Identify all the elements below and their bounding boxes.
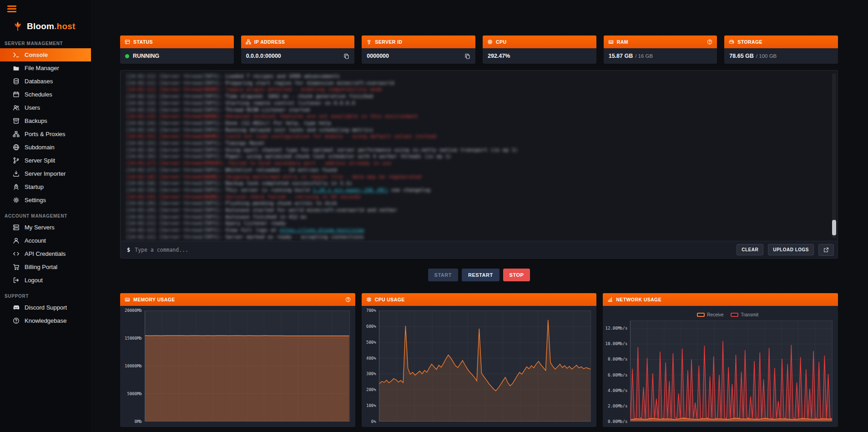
chart-card-header: NETWORK USAGE [603, 293, 838, 306]
sidebar-item-server-split[interactable]: Server Split [0, 154, 91, 167]
axis-tick-label: 0Mb [135, 419, 142, 424]
stat-card-title: STATUS [133, 39, 153, 45]
sidebar-item-ports-proxies[interactable]: Ports & Proxies [0, 127, 91, 141]
upload-logs-button[interactable]: UPLOAD LOGS [768, 244, 814, 255]
sidebar-item-logout[interactable]: Logout [0, 274, 91, 287]
console-scrollbar[interactable] [832, 73, 836, 238]
stat-card-ram: RAM 15.87 GB / 16 GB [604, 36, 717, 64]
console-log-line: [14:02:11] [Server thread/INFO]: Prepari… [126, 80, 827, 87]
legend-item-transmit[interactable]: Transmit [731, 312, 758, 317]
stat-card-cpu: CPU 292.47% [483, 36, 596, 64]
sidebar-item-discord-support[interactable]: Discord Support [0, 301, 91, 314]
account-icon [13, 237, 20, 244]
sidebar-nav: SERVER MANAGEMENTConsoleFile ManagerData… [0, 34, 91, 327]
sidebar-item-label: Settings [25, 197, 46, 203]
axis-tick-label: 0.00Mb/s [608, 419, 627, 424]
clear-button[interactable]: CLEAR [737, 244, 763, 255]
console-log-line: [14:02:21] [Server thread/INFO]: Autosav… [126, 214, 827, 221]
stat-card-header: SERVER ID [362, 36, 475, 48]
console-log-line: [14:02:12] [Server thread/WARN]: legacy … [126, 86, 827, 93]
help-icon [13, 317, 20, 324]
sidebar-item-databases[interactable]: Databases [0, 75, 91, 88]
sidebar-item-settings[interactable]: Settings [0, 193, 91, 207]
stop-button[interactable]: STOP [503, 269, 530, 281]
start-button[interactable]: START [428, 269, 458, 281]
stat-limit: / 16 GB [635, 53, 653, 59]
globe-icon [13, 144, 20, 151]
stat-value: 292.47% [488, 53, 510, 59]
axis-tick-label: 400% [366, 356, 376, 361]
axis-tick-label: 10.00Mb/s [606, 341, 628, 346]
bloom-logo-icon [12, 20, 24, 32]
sidebar-item-label: Logout [25, 277, 43, 284]
console-log-line: [14:02:17] [Server thread/ERROR]: Failed… [126, 160, 827, 167]
menu-icon[interactable] [7, 5, 16, 12]
console-input-row: $ CLEAR UPLOAD LOGS [121, 241, 838, 258]
sidebar-item-label: File Manager [25, 65, 59, 71]
chart-body: 20000Mb15000Mb10000Mb5000Mb0Mb [120, 306, 355, 427]
copy-icon[interactable] [464, 53, 470, 59]
servers-icon [13, 224, 20, 231]
sidebar-item-knowledgebase[interactable]: Knowledgebase [0, 314, 91, 327]
chart-plot [630, 320, 833, 422]
sidebar-item-label: Server Importer [25, 170, 66, 177]
sidebar-item-account[interactable]: Account [0, 234, 91, 247]
legend-item-receive[interactable]: Receive [697, 312, 723, 317]
stat-card-title: SERVER ID [375, 39, 402, 45]
stat-card-ip-address: IP ADDRESS 0.0.0.0:00000 [241, 36, 355, 64]
sidebar-item-users[interactable]: Users [0, 101, 91, 114]
cpu-icon [366, 297, 372, 302]
help-icon[interactable] [707, 39, 712, 45]
sidebar-item-startup[interactable]: Startup [0, 180, 91, 193]
stat-card-body: 0000000 [362, 48, 475, 64]
command-input[interactable] [135, 247, 732, 253]
folder-icon [13, 65, 20, 71]
sidebar-item-api-credentials[interactable]: API Credentials [0, 247, 91, 260]
stat-value: RUNNING [133, 53, 159, 59]
sidebar-item-console[interactable]: Console [0, 48, 91, 61]
sidebar-item-label: Knowledgebase [25, 317, 67, 324]
chart-area: 20000Mb15000Mb10000Mb5000Mb0Mb [122, 310, 350, 422]
console-log-line: [14:02:13] [Server thread/INFO]: Thread … [126, 107, 827, 114]
sidebar-item-backups[interactable]: Backups [0, 114, 91, 127]
sidebar-item-my-servers[interactable]: My Servers [0, 221, 91, 234]
logo[interactable]: Bloom.host [12, 20, 91, 32]
sidebar-item-subdomain[interactable]: Subdomain [0, 141, 91, 154]
command-prompt: $ [127, 247, 130, 253]
calendar-icon [13, 91, 20, 98]
gear-icon [13, 197, 20, 203]
stat-card-title: CPU [496, 39, 506, 45]
stat-card-header: CPU [483, 36, 596, 48]
sidebar-item-billing-portal[interactable]: Billing Portal [0, 260, 91, 274]
console-log-line: [14:02:15] [Server thread/WARN]: Could n… [126, 133, 827, 140]
sidebar-item-schedules[interactable]: Schedules [0, 88, 91, 101]
restart-button[interactable]: RESTART [462, 269, 500, 281]
console-scrollbar-thumb[interactable] [832, 220, 836, 235]
chart-card-memory-usage: MEMORY USAGE 20000Mb15000Mb10000Mb5000Mb… [120, 293, 355, 427]
sidebar-item-label: Ports & Proxies [25, 131, 66, 137]
chart-title: NETWORK USAGE [616, 297, 661, 302]
axis-tick-label: 100% [366, 403, 376, 408]
help-icon[interactable] [345, 297, 351, 302]
console-log[interactable]: [14:02:11] [Server thread/INFO]: Loaded … [121, 71, 838, 241]
chart-card-cpu-usage: CPU USAGE 700%600%500%400%300%200%100%0% [362, 293, 597, 427]
main-content: STATUS RUNNING IP ADDRESS 0.0.0.0:00000 [91, 0, 868, 432]
stat-card-status: STATUS RUNNING [120, 36, 234, 64]
chart-body: 700%600%500%400%300%200%100%0% [362, 306, 597, 427]
console-log-line: [14:02:14] [Server thread/INFO]: Done (1… [126, 120, 827, 127]
axis-tick-label: 5000Mb [127, 391, 142, 396]
copy-icon[interactable] [343, 53, 349, 59]
sidebar-item-server-importer[interactable]: Server Importer [0, 167, 91, 180]
status-icon [125, 39, 130, 45]
axis-tick-label: 8.00Mb/s [608, 357, 627, 361]
rocket-icon [13, 183, 20, 190]
console-log-line: [14:02:16] [Server thread/INFO]: Paper: … [126, 153, 827, 160]
stat-card-body: 15.87 GB / 16 GB [604, 48, 717, 64]
axis-tick-label: 0% [371, 419, 376, 424]
stat-card-header: IP ADDRESS [241, 36, 355, 48]
stat-card-body: 292.47% [483, 48, 596, 64]
expand-console-button[interactable] [818, 244, 834, 256]
sidebar-item-file-manager[interactable]: File Manager [0, 61, 91, 75]
id-icon [366, 39, 372, 45]
y-axis-labels: 20000Mb15000Mb10000Mb5000Mb0Mb [122, 310, 145, 422]
